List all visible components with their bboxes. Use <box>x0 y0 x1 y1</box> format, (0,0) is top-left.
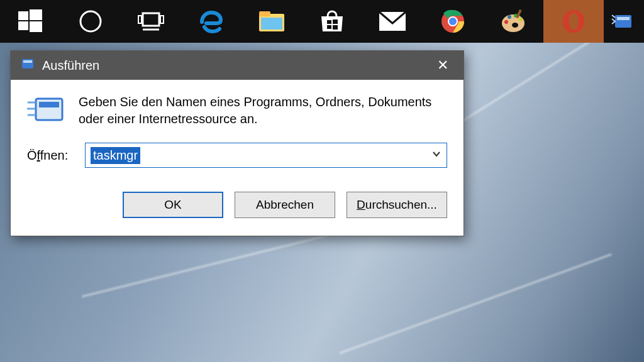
svg-point-4 <box>80 11 101 31</box>
svg-point-23 <box>508 15 511 19</box>
svg-point-28 <box>569 13 579 30</box>
open-input-value[interactable]: taskmgr <box>91 147 140 164</box>
opera-button[interactable] <box>543 0 604 43</box>
svg-rect-11 <box>261 18 282 30</box>
svg-rect-34 <box>39 102 59 107</box>
store-icon <box>319 9 345 34</box>
wallpaper-streak <box>339 253 612 354</box>
browse-button-label: Durchsuchen... <box>357 198 437 212</box>
opera-icon <box>561 9 586 34</box>
svg-rect-7 <box>160 16 164 23</box>
explorer-icon <box>258 10 286 33</box>
cancel-button-label: Abbrechen <box>256 198 314 212</box>
dialog-description: Geben Sie den Namen eines Programms, Ord… <box>79 94 447 128</box>
ok-button-label: OK <box>164 198 181 212</box>
svg-rect-2 <box>18 21 28 30</box>
button-row: OK Abbrechen Durchsuchen... <box>11 192 464 236</box>
taskview-button[interactable] <box>121 0 181 43</box>
svg-rect-0 <box>18 11 28 20</box>
chrome-icon <box>440 9 465 34</box>
taskbar <box>0 0 644 43</box>
svg-point-25 <box>519 18 523 21</box>
start-button[interactable] <box>0 0 60 43</box>
svg-rect-15 <box>333 25 338 30</box>
run-dialog-icon <box>19 58 35 74</box>
svg-rect-13 <box>333 19 338 24</box>
svg-point-22 <box>504 20 508 24</box>
titlebar[interactable]: Ausführen ✕ <box>11 51 464 80</box>
svg-rect-1 <box>30 9 42 20</box>
svg-rect-12 <box>327 20 331 24</box>
chevron-down-icon[interactable] <box>431 149 441 162</box>
wallpaper-streak <box>82 231 338 297</box>
dialog-title: Ausführen <box>42 58 99 73</box>
svg-point-21 <box>512 23 518 28</box>
svg-rect-5 <box>143 13 159 26</box>
cancel-button[interactable]: Abbrechen <box>235 192 335 218</box>
svg-rect-32 <box>23 60 32 63</box>
dialog-body: Geben Sie den Namen eines Programms, Ord… <box>11 80 464 192</box>
open-label: Öffnen: <box>27 148 74 163</box>
edge-button[interactable] <box>181 0 242 43</box>
svg-rect-3 <box>30 21 42 32</box>
run-taskbar-button[interactable] <box>604 0 641 43</box>
open-combobox[interactable]: taskmgr <box>85 143 447 168</box>
store-button[interactable] <box>302 0 362 43</box>
svg-rect-6 <box>138 16 142 23</box>
ok-button[interactable]: OK <box>123 192 223 218</box>
explorer-button[interactable] <box>242 0 302 43</box>
close-button[interactable]: ✕ <box>428 51 457 80</box>
taskview-icon <box>137 11 165 32</box>
svg-rect-10 <box>259 11 270 16</box>
run-icon <box>611 13 634 30</box>
mail-button[interactable] <box>362 0 423 43</box>
chrome-button[interactable] <box>423 0 483 43</box>
cortana-icon <box>78 9 103 34</box>
edge-icon <box>198 8 225 35</box>
start-icon <box>18 9 42 33</box>
svg-rect-30 <box>617 17 630 20</box>
mail-icon <box>378 11 407 32</box>
paint-icon <box>500 8 526 35</box>
svg-rect-14 <box>327 25 331 29</box>
svg-point-19 <box>449 18 457 25</box>
run-large-icon <box>27 94 65 129</box>
cortana-button[interactable] <box>60 0 121 43</box>
run-dialog: Ausführen ✕ Geben Sie den Namen eines Pr… <box>10 50 464 236</box>
paint-button[interactable] <box>483 0 543 43</box>
browse-button[interactable]: Durchsuchen... <box>347 192 447 218</box>
